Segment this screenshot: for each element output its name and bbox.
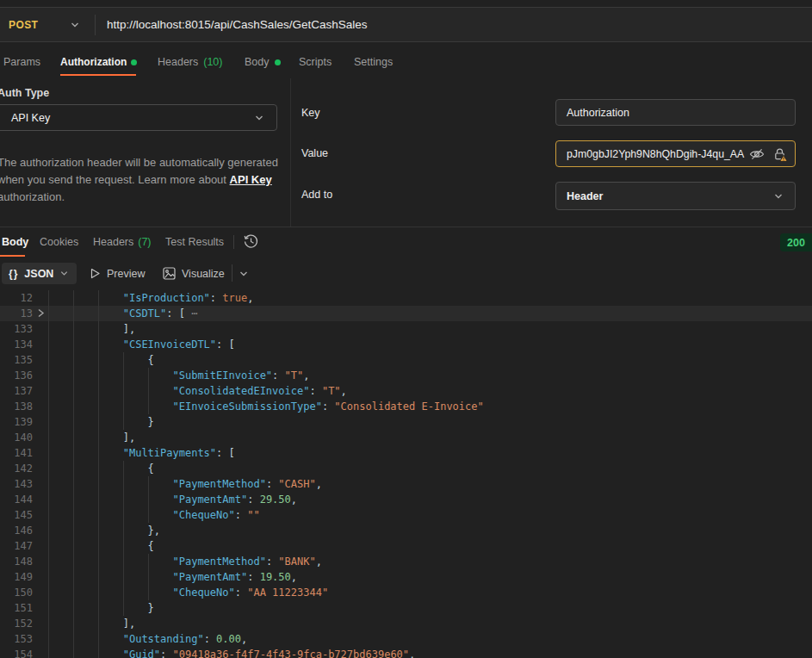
tab-authorization[interactable]: Authorization — [60, 52, 137, 72]
code-line: 13 "CSDTL": [ ⋯ — [0, 306, 812, 321]
request-tabs: Params Authorization Headers(10) Body Sc… — [0, 52, 812, 76]
tab-settings-label: Settings — [354, 56, 393, 68]
tab-headers[interactable]: Headers(10) — [158, 52, 222, 72]
line-number: 139 — [0, 414, 33, 430]
value-input-value: pJm0gbJI2Yph9N8hQhDgih-J4qu_AA — [567, 148, 744, 160]
line-number: 136 — [0, 368, 33, 383]
line-number: 148 — [0, 554, 33, 569]
tab-authorization-label: Authorization — [60, 56, 127, 68]
preview-button[interactable]: Preview — [90, 263, 145, 284]
code-line: 133 ], — [0, 321, 812, 337]
history-icon[interactable] — [243, 233, 259, 250]
code-text: "PaymentMethod": "CASH", — [48, 476, 322, 492]
code-line: 142 { — [0, 461, 812, 476]
auth-type-label: Auth Type — [0, 87, 49, 99]
code-text: "ChequeNo": "AA 11223344" — [48, 585, 328, 600]
auth-type-select[interactable]: API Key — [0, 104, 277, 131]
code-text: }, — [48, 523, 160, 538]
code-line: 135 { — [0, 352, 812, 368]
code-text: "IsProduction": true, — [48, 290, 253, 306]
key-input-value: Authorization — [567, 107, 629, 119]
line-number: 143 — [0, 476, 33, 492]
request-url-bar: POST http://localhost:8015/api/CashSales… — [0, 7, 812, 42]
code-line: 140 ], — [0, 430, 812, 445]
tab-headers-count: (10) — [203, 56, 222, 68]
key-input[interactable]: Authorization — [555, 99, 796, 126]
code-line: 152 ], — [0, 616, 812, 631]
code-text: "Outstanding": 0.00, — [48, 631, 247, 647]
preview-label: Preview — [107, 268, 145, 280]
chevron-down-icon[interactable] — [70, 20, 80, 30]
tab-scripts[interactable]: Scripts — [299, 52, 332, 72]
add-to-select[interactable]: Header — [555, 182, 796, 210]
braces-icon: {} — [9, 268, 18, 280]
body-modified-dot — [275, 59, 281, 65]
tab-body[interactable]: Body — [245, 52, 281, 72]
code-line: 141 "MultiPayments": [ — [0, 445, 812, 461]
tab-params-label: Params — [3, 56, 40, 68]
folded-ellipsis[interactable]: ⋯ — [191, 307, 197, 320]
line-number: 153 — [0, 631, 33, 647]
line-number: 137 — [0, 383, 33, 399]
chevron-down-icon — [773, 191, 784, 202]
code-text: { — [48, 461, 154, 476]
response-tabs: Body Cookies Headers(7) Test Results — [0, 229, 812, 255]
code-line: 134 "CSEInvoiceDTL": [ — [0, 337, 812, 352]
code-line: 143 "PaymentMethod": "CASH", — [0, 476, 812, 492]
line-number: 12 — [0, 290, 33, 306]
code-text: "CSEInvoiceDTL": [ — [48, 337, 235, 352]
response-tabs-separator — [233, 235, 234, 249]
url-separator — [95, 15, 96, 35]
visualize-button[interactable]: Visualize — [163, 263, 225, 284]
code-line: 147 { — [0, 538, 812, 554]
fold-chevron-icon[interactable] — [37, 308, 45, 318]
status-badge[interactable]: 200 — [780, 233, 812, 251]
response-tab-headers[interactable]: Headers(7) — [93, 233, 152, 251]
secret-lock-warning-icon[interactable] — [772, 146, 788, 162]
value-input[interactable]: pJm0gbJI2Yph9N8hQhDgih-J4qu_AA — [555, 140, 796, 167]
api-key-doc-link[interactable]: API Key — [230, 173, 272, 186]
tab-body-label: Body — [245, 56, 270, 68]
auth-help-line3: authorization. — [0, 190, 65, 203]
line-number: 133 — [0, 321, 33, 337]
code-text: "SubmitEInvoice": "T", — [48, 368, 309, 383]
line-number: 151 — [0, 600, 33, 616]
tab-params[interactable]: Params — [3, 52, 40, 72]
response-tab-body[interactable]: Body — [2, 233, 28, 251]
response-toolbar: {} JSON Preview Visualize — [0, 258, 812, 290]
method-selector[interactable]: POST — [9, 8, 38, 41]
auth-help-line2: when you send the request. Learn more ab… — [0, 173, 230, 186]
play-icon — [90, 268, 101, 279]
code-line: 138 "EInvoiceSubmissionType": "Consolida… — [0, 399, 812, 414]
chevron-down-icon[interactable] — [239, 269, 249, 279]
format-selector[interactable]: {} JSON — [2, 263, 77, 284]
toggle-visibility-eye-off-icon[interactable] — [749, 146, 765, 162]
code-area[interactable]: 12 "IsProduction": true,13 "CSDTL": [ ⋯1… — [0, 290, 812, 658]
code-text: "CSDTL": [ ⋯ — [48, 306, 197, 321]
image-icon — [163, 267, 176, 280]
active-tab-underline — [60, 74, 136, 76]
code-text: { — [48, 352, 154, 368]
auth-help-text: The authorization header will be automat… — [0, 154, 294, 206]
visualize-label: Visualize — [182, 268, 225, 280]
value-label: Value — [301, 147, 328, 159]
url-input[interactable]: http://localhost:8015/api/CashSales/GetC… — [107, 8, 367, 41]
response-tab-test-results[interactable]: Test Results — [165, 233, 224, 251]
code-text: ], — [48, 430, 135, 445]
response-tab-headers-count: (7) — [138, 236, 151, 248]
key-label: Key — [301, 107, 320, 119]
code-line: 137 "ConsolidatedEInvoice": "T", — [0, 383, 812, 399]
response-tab-cookies[interactable]: Cookies — [40, 233, 78, 251]
code-line: 148 "PaymentMethod": "BANK", — [0, 554, 812, 569]
response-tab-headers-label: Headers — [93, 236, 133, 248]
tab-settings[interactable]: Settings — [354, 52, 393, 72]
code-text: ], — [48, 321, 135, 337]
code-line: 145 "ChequeNo": "" — [0, 507, 812, 523]
line-number: 145 — [0, 507, 33, 523]
code-line: 151 } — [0, 600, 812, 616]
line-number: 149 — [0, 569, 33, 585]
code-text: "Guid": "09418a36-f4f7-4f43-9fca-b727bd6… — [48, 647, 415, 658]
code-line: 139 } — [0, 414, 812, 430]
code-text: "ChequeNo": "" — [48, 507, 260, 523]
line-number: 140 — [0, 430, 33, 445]
